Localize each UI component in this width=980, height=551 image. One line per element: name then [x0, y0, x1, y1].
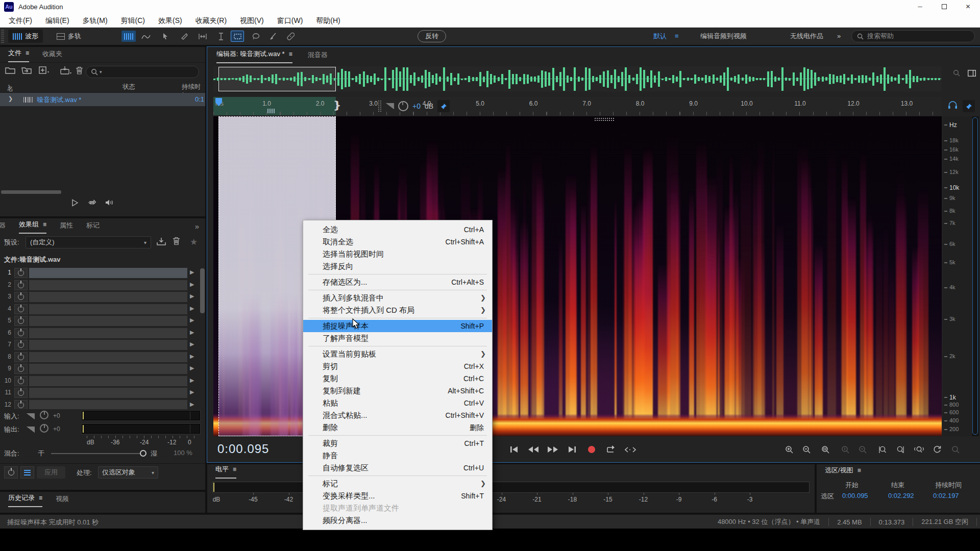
- panel-menu-icon[interactable]: ≡: [43, 221, 46, 228]
- preview-loop-button[interactable]: [88, 199, 96, 208]
- new-item-icon[interactable]: [39, 66, 50, 76]
- insert-into-multitrack-icon[interactable]: [60, 66, 72, 77]
- slot-power-button[interactable]: [14, 328, 28, 338]
- panel-menu-icon[interactable]: ≡: [26, 49, 29, 57]
- go-to-end-button[interactable]: [565, 443, 580, 456]
- workspace-overflow-chevron[interactable]: »: [837, 28, 841, 45]
- menu-item-0[interactable]: 文件(F): [2, 13, 39, 28]
- tab-editor[interactable]: 编辑器: 噪音测试.wav *≡: [216, 49, 292, 63]
- menu-item-1[interactable]: 编辑(E): [39, 13, 76, 28]
- workspace-edit-audio-to-video[interactable]: 编辑音频到视频: [700, 28, 747, 45]
- column-status[interactable]: 状态: [122, 83, 135, 91]
- vertical-zoom-scrollbar[interactable]: [972, 116, 979, 436]
- tab-properties[interactable]: 属性: [60, 221, 73, 234]
- files-horizontal-scrollbar[interactable]: [1, 190, 61, 194]
- effect-slot-6[interactable]: 6▶: [0, 328, 205, 339]
- delete-file-icon[interactable]: [76, 66, 83, 77]
- slot-power-button[interactable]: [14, 376, 28, 386]
- multitrack-view-button[interactable]: 多轨: [52, 30, 86, 43]
- process-select[interactable]: 仅选区对象▾: [98, 466, 158, 479]
- effect-slot-2[interactable]: 2▶: [0, 280, 205, 291]
- selection-start-value[interactable]: 0:00.095: [842, 492, 868, 499]
- menu-item-4[interactable]: 效果(S): [152, 13, 189, 28]
- workspace-default[interactable]: 默认: [653, 28, 667, 45]
- move-tool[interactable]: [159, 31, 173, 42]
- fast-forward-button[interactable]: [545, 443, 560, 456]
- panel-menu-icon[interactable]: ≡: [289, 51, 292, 58]
- show-spectral-toggle[interactable]: [139, 31, 153, 42]
- tab-mixer[interactable]: 混音器: [308, 51, 328, 63]
- hud-volume-knob[interactable]: [398, 101, 408, 111]
- output-gain-knob[interactable]: [40, 424, 48, 433]
- menu-item-7[interactable]: 窗口(W): [271, 13, 310, 28]
- panel-menu-icon[interactable]: ≡: [857, 467, 861, 474]
- workspace-menu-icon[interactable]: ≡: [675, 28, 679, 45]
- tab-markers[interactable]: 标记: [86, 221, 100, 234]
- mix-slider-handle[interactable]: [140, 450, 146, 457]
- context-menu-item-14[interactable]: 剪切Ctrl+X: [303, 360, 492, 372]
- hud-pin-button[interactable]: [437, 100, 450, 112]
- context-menu-item-18[interactable]: 混合式粘贴...Ctrl+Shift+V: [303, 409, 492, 421]
- razor-tool[interactable]: [178, 31, 191, 42]
- effect-slot-11[interactable]: 11▶: [0, 387, 205, 399]
- minimize-button[interactable]: ─: [908, 0, 932, 13]
- close-button[interactable]: ✕: [956, 0, 980, 13]
- effect-slot-9[interactable]: 9▶: [0, 363, 205, 375]
- record-button[interactable]: [584, 443, 599, 456]
- context-menu-item-16[interactable]: 复制到新建Alt+Shift+C: [303, 385, 492, 397]
- waveform-view-button[interactable]: 波形: [8, 30, 43, 43]
- spot-healing-brush-tool[interactable]: [284, 31, 297, 42]
- slot-power-button[interactable]: [14, 352, 28, 362]
- skip-selection-button[interactable]: [623, 443, 638, 456]
- panel-menu-icon[interactable]: ≡: [233, 466, 236, 473]
- context-menu-item-0[interactable]: 全选Ctrl+A: [303, 223, 492, 236]
- show-waveform-toggle[interactable]: [121, 31, 136, 42]
- ruler-pin-button[interactable]: [963, 100, 975, 112]
- tab-favorites[interactable]: 收藏夹: [42, 49, 62, 62]
- reset-zoom-button[interactable]: [931, 444, 943, 455]
- context-menu-item-17[interactable]: 粘贴Ctrl+V: [303, 397, 492, 409]
- selection-duration-value[interactable]: 0:02.197: [933, 492, 959, 499]
- rack-list-button[interactable]: [20, 466, 34, 479]
- panel-menu-icon[interactable]: ≡: [39, 494, 42, 502]
- slot-power-button[interactable]: [14, 340, 28, 350]
- file-row-selected[interactable]: ❯ 噪音测试.wav * 0:1: [0, 93, 205, 106]
- invert-button[interactable]: 反转: [418, 30, 446, 42]
- context-menu-item-2[interactable]: 选择当前视图时间: [303, 248, 492, 260]
- context-menu-item-28[interactable]: 频段分离器...: [303, 514, 492, 527]
- effect-slot-7[interactable]: 7▶: [0, 339, 205, 351]
- selection-end-brace[interactable]: ❵: [333, 99, 341, 111]
- zoom-out-time-button[interactable]: [800, 444, 813, 455]
- context-menu-item-1[interactable]: 取消全选Ctrl+Shift+A: [303, 236, 492, 248]
- zoom-in-left-edge-button[interactable]: [876, 444, 888, 455]
- effect-slot-5[interactable]: 5▶: [0, 315, 205, 327]
- slot-power-button[interactable]: [14, 400, 28, 410]
- zoom-in-time-button[interactable]: [783, 444, 795, 455]
- files-search-input[interactable]: ▾: [86, 66, 199, 78]
- slot-power-button[interactable]: [14, 364, 28, 374]
- effect-slot-10[interactable]: 10▶: [0, 375, 205, 387]
- context-menu-item-8[interactable]: 将整个文件插入到 CD 布局❯: [303, 304, 492, 316]
- favorite-star-icon[interactable]: ★: [190, 237, 198, 247]
- lasso-selection-tool[interactable]: [249, 31, 262, 42]
- menu-item-5[interactable]: 收藏夹(R): [189, 13, 233, 28]
- mix-slider-track[interactable]: [51, 453, 144, 454]
- overview-waveform[interactable]: [213, 66, 942, 92]
- menu-item-2[interactable]: 多轨(M): [76, 13, 114, 28]
- context-menu-item-19[interactable]: 删除删除: [303, 421, 492, 434]
- apply-button[interactable]: 应用: [37, 466, 65, 479]
- slot-power-button[interactable]: [14, 280, 28, 290]
- tab-video[interactable]: 视频: [56, 494, 69, 507]
- go-to-start-button[interactable]: [506, 443, 522, 456]
- effect-slot-3[interactable]: 3▶: [0, 291, 205, 303]
- context-menu-item-10[interactable]: 捕捉噪声样本Shift+P: [303, 320, 492, 332]
- rewind-button[interactable]: [526, 443, 541, 456]
- paintbrush-selection-tool[interactable]: [266, 31, 280, 42]
- loop-playback-button[interactable]: [603, 443, 619, 456]
- preset-select[interactable]: (自定义)▾: [26, 236, 151, 248]
- save-preset-icon[interactable]: [156, 237, 166, 248]
- tab-files[interactable]: 文件≡: [8, 48, 29, 62]
- effect-slot-12[interactable]: 12▶: [0, 399, 205, 410]
- solo-monitor-headphones-icon[interactable]: [948, 101, 958, 111]
- panel-overflow-chevron[interactable]: »: [195, 222, 199, 234]
